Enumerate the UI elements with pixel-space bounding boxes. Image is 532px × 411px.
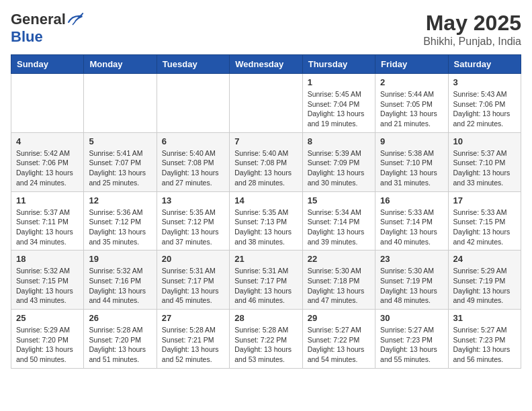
day-info: Sunrise: 5:27 AM Sunset: 7:23 PM Dayligh… (380, 325, 443, 365)
calendar-cell: 6Sunrise: 5:40 AM Sunset: 7:08 PM Daylig… (157, 132, 229, 191)
day-number: 11 (16, 195, 79, 205)
day-number: 22 (308, 254, 370, 264)
day-info: Sunrise: 5:28 AM Sunset: 7:22 PM Dayligh… (234, 325, 297, 365)
day-number: 12 (89, 195, 151, 205)
day-info: Sunrise: 5:35 AM Sunset: 7:12 PM Dayligh… (162, 208, 224, 247)
calendar-table: SundayMondayTuesdayWednesdayThursdayFrid… (11, 54, 521, 369)
calendar-cell: 25Sunrise: 5:29 AM Sunset: 7:20 PM Dayli… (11, 310, 84, 369)
day-number: 21 (234, 254, 297, 264)
calendar-cell: 7Sunrise: 5:40 AM Sunset: 7:08 PM Daylig… (230, 132, 302, 191)
calendar-week-2: 4Sunrise: 5:42 AM Sunset: 7:06 PM Daylig… (11, 132, 521, 191)
calendar-week-5: 25Sunrise: 5:29 AM Sunset: 7:20 PM Dayli… (11, 310, 521, 369)
day-info: Sunrise: 5:28 AM Sunset: 7:21 PM Dayligh… (162, 325, 224, 365)
calendar-cell: 2Sunrise: 5:44 AM Sunset: 7:05 PM Daylig… (375, 74, 448, 133)
day-number: 31 (453, 313, 516, 323)
day-number: 4 (16, 136, 79, 146)
day-number: 30 (380, 313, 443, 323)
calendar-week-4: 18Sunrise: 5:32 AM Sunset: 7:15 PM Dayli… (11, 250, 521, 310)
weekday-header-friday: Friday (375, 55, 448, 74)
day-info: Sunrise: 5:44 AM Sunset: 7:05 PM Dayligh… (380, 89, 443, 129)
day-info: Sunrise: 5:33 AM Sunset: 7:15 PM Dayligh… (453, 208, 516, 247)
calendar-cell: 15Sunrise: 5:34 AM Sunset: 7:14 PM Dayli… (302, 191, 375, 250)
calendar-cell: 19Sunrise: 5:32 AM Sunset: 7:16 PM Dayli… (84, 250, 157, 310)
day-number: 29 (308, 313, 370, 323)
day-info: Sunrise: 5:27 AM Sunset: 7:22 PM Dayligh… (308, 325, 370, 365)
day-info: Sunrise: 5:31 AM Sunset: 7:17 PM Dayligh… (162, 266, 224, 306)
day-info: Sunrise: 5:34 AM Sunset: 7:14 PM Dayligh… (308, 208, 370, 247)
day-number: 23 (380, 254, 443, 264)
title-block: May 2025 Bhikhi, Punjab, India (423, 11, 521, 48)
day-number: 6 (162, 136, 224, 146)
calendar-cell: 20Sunrise: 5:31 AM Sunset: 7:17 PM Dayli… (157, 250, 229, 310)
day-number: 25 (16, 313, 79, 323)
month-title: May 2025 (423, 11, 521, 36)
day-number: 5 (89, 136, 151, 146)
day-info: Sunrise: 5:35 AM Sunset: 7:13 PM Dayligh… (234, 208, 297, 247)
calendar-cell: 22Sunrise: 5:30 AM Sunset: 7:18 PM Dayli… (302, 250, 375, 310)
calendar-week-3: 11Sunrise: 5:37 AM Sunset: 7:11 PM Dayli… (11, 191, 521, 250)
day-number: 28 (234, 313, 297, 323)
calendar-cell: 24Sunrise: 5:29 AM Sunset: 7:19 PM Dayli… (448, 250, 521, 310)
weekday-header-saturday: Saturday (448, 55, 521, 74)
calendar-cell: 14Sunrise: 5:35 AM Sunset: 7:13 PM Dayli… (230, 191, 302, 250)
calendar-cell: 27Sunrise: 5:28 AM Sunset: 7:21 PM Dayli… (157, 310, 229, 369)
day-number: 9 (380, 136, 443, 146)
calendar-cell: 29Sunrise: 5:27 AM Sunset: 7:22 PM Dayli… (302, 310, 375, 369)
day-number: 1 (308, 77, 370, 87)
day-info: Sunrise: 5:37 AM Sunset: 7:10 PM Dayligh… (453, 148, 516, 188)
calendar-week-1: 1Sunrise: 5:45 AM Sunset: 7:04 PM Daylig… (11, 74, 521, 133)
calendar-cell: 1Sunrise: 5:45 AM Sunset: 7:04 PM Daylig… (302, 74, 375, 133)
day-info: Sunrise: 5:40 AM Sunset: 7:08 PM Dayligh… (234, 148, 297, 188)
calendar-cell: 26Sunrise: 5:28 AM Sunset: 7:20 PM Dayli… (84, 310, 157, 369)
day-number: 7 (234, 136, 297, 146)
day-info: Sunrise: 5:30 AM Sunset: 7:18 PM Dayligh… (308, 266, 370, 306)
day-info: Sunrise: 5:41 AM Sunset: 7:07 PM Dayligh… (89, 148, 151, 188)
calendar-cell: 11Sunrise: 5:37 AM Sunset: 7:11 PM Dayli… (11, 191, 84, 250)
calendar-cell: 28Sunrise: 5:28 AM Sunset: 7:22 PM Dayli… (230, 310, 302, 369)
day-info: Sunrise: 5:31 AM Sunset: 7:17 PM Dayligh… (234, 266, 297, 306)
logo-bird-icon (67, 13, 83, 26)
calendar-cell: 12Sunrise: 5:36 AM Sunset: 7:12 PM Dayli… (84, 191, 157, 250)
day-info: Sunrise: 5:29 AM Sunset: 7:19 PM Dayligh… (453, 266, 516, 306)
calendar-cell: 18Sunrise: 5:32 AM Sunset: 7:15 PM Dayli… (11, 250, 84, 310)
weekday-header-row: SundayMondayTuesdayWednesdayThursdayFrid… (11, 55, 521, 74)
calendar-cell: 30Sunrise: 5:27 AM Sunset: 7:23 PM Dayli… (375, 310, 448, 369)
calendar-cell (11, 74, 84, 133)
day-info: Sunrise: 5:39 AM Sunset: 7:09 PM Dayligh… (308, 148, 370, 188)
calendar-cell: 4Sunrise: 5:42 AM Sunset: 7:06 PM Daylig… (11, 132, 84, 191)
day-info: Sunrise: 5:29 AM Sunset: 7:20 PM Dayligh… (16, 325, 79, 365)
weekday-header-tuesday: Tuesday (157, 55, 229, 74)
day-number: 15 (308, 195, 370, 205)
logo-general: General (11, 11, 66, 28)
day-number: 16 (380, 195, 443, 205)
calendar-cell: 31Sunrise: 5:27 AM Sunset: 7:23 PM Dayli… (448, 310, 521, 369)
day-info: Sunrise: 5:43 AM Sunset: 7:06 PM Dayligh… (453, 89, 516, 129)
weekday-header-thursday: Thursday (302, 55, 375, 74)
calendar-cell: 3Sunrise: 5:43 AM Sunset: 7:06 PM Daylig… (448, 74, 521, 133)
location-title: Bhikhi, Punjab, India (423, 36, 521, 48)
page-header: General Blue May 2025 Bhikhi, Punjab, In… (11, 11, 521, 48)
calendar-cell (157, 74, 229, 133)
calendar-cell: 16Sunrise: 5:33 AM Sunset: 7:14 PM Dayli… (375, 191, 448, 250)
calendar-cell: 5Sunrise: 5:41 AM Sunset: 7:07 PM Daylig… (84, 132, 157, 191)
calendar-cell: 10Sunrise: 5:37 AM Sunset: 7:10 PM Dayli… (448, 132, 521, 191)
logo-blue: Blue (11, 28, 43, 46)
day-number: 14 (234, 195, 297, 205)
day-info: Sunrise: 5:27 AM Sunset: 7:23 PM Dayligh… (453, 325, 516, 365)
day-number: 8 (308, 136, 370, 146)
weekday-header-wednesday: Wednesday (230, 55, 302, 74)
calendar-cell: 9Sunrise: 5:38 AM Sunset: 7:10 PM Daylig… (375, 132, 448, 191)
day-number: 3 (453, 77, 516, 87)
weekday-header-monday: Monday (84, 55, 157, 74)
day-info: Sunrise: 5:32 AM Sunset: 7:16 PM Dayligh… (89, 266, 151, 306)
calendar-cell: 13Sunrise: 5:35 AM Sunset: 7:12 PM Dayli… (157, 191, 229, 250)
calendar-cell (84, 74, 157, 133)
calendar-cell (230, 74, 302, 133)
calendar-cell: 8Sunrise: 5:39 AM Sunset: 7:09 PM Daylig… (302, 132, 375, 191)
day-info: Sunrise: 5:42 AM Sunset: 7:06 PM Dayligh… (16, 148, 79, 188)
day-info: Sunrise: 5:37 AM Sunset: 7:11 PM Dayligh… (16, 208, 79, 247)
day-info: Sunrise: 5:32 AM Sunset: 7:15 PM Dayligh… (16, 266, 79, 306)
day-number: 2 (380, 77, 443, 87)
day-number: 19 (89, 254, 151, 264)
calendar-cell: 21Sunrise: 5:31 AM Sunset: 7:17 PM Dayli… (230, 250, 302, 310)
